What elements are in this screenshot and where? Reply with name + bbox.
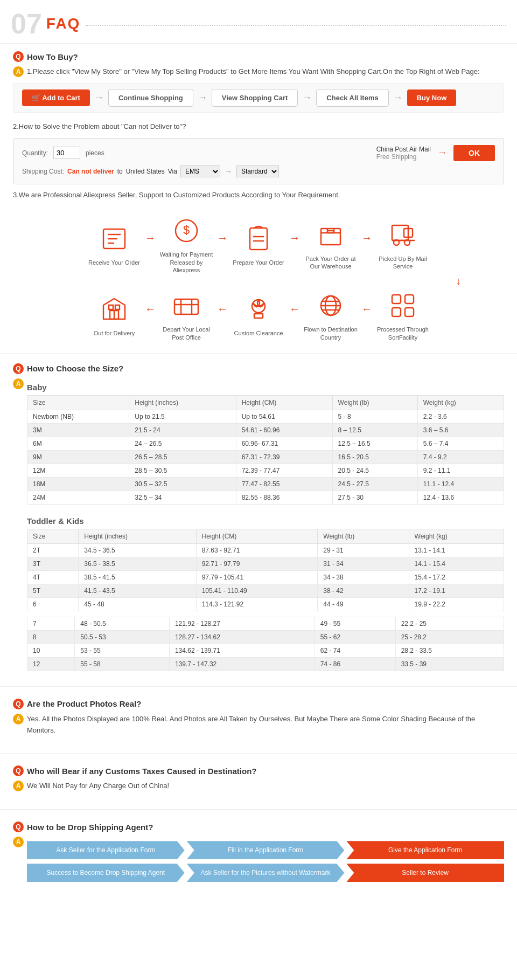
drop-step-5: Ask Seller for the Pictures without Wate…: [187, 864, 345, 882]
baby-col-height-cm: Height (CM): [236, 395, 332, 410]
drop-shipping-section: Q How to be Drop Shipping Agent? A Ask S…: [0, 814, 517, 897]
flow-arrow-left-4: ←: [361, 303, 372, 315]
arrow-1: →: [94, 92, 104, 103]
flow-arrow-2: →: [217, 232, 228, 244]
dropdown-arrow: →: [225, 167, 232, 176]
table-cell: 134.62 - 139.71: [169, 644, 315, 657]
buy-now-button[interactable]: Buy Now: [407, 89, 457, 106]
step-delivery: Out for Delivery: [85, 292, 144, 337]
toddler-col-height-cm: Height (CM): [196, 529, 318, 543]
arrow-to-ok: →: [437, 147, 447, 158]
quantity-input[interactable]: [53, 147, 80, 159]
table-cell: 19.9 - 22.2: [409, 597, 504, 611]
step-prepare-label: Prepare Your Order: [233, 259, 284, 266]
quantity-label: Quantity:: [22, 149, 48, 157]
step-flown: Flown to Destination Country: [301, 288, 360, 341]
table-cell: 8 – 12.5: [332, 423, 417, 437]
pickup-icon: [386, 218, 420, 252]
table-cell: 6M: [27, 437, 129, 450]
table-cell: 139.7 - 147.32: [169, 657, 315, 671]
table-cell: 50.5 - 53: [75, 630, 170, 644]
delivery-icon: [97, 292, 131, 327]
step-receive-label: Receive Your Order: [88, 259, 140, 266]
order-flow-row1: Receive Your Order → $ Waiting for Payme…: [5, 213, 512, 274]
baby-col-weight-kg: Weight (kg): [417, 395, 504, 410]
toddler-table-row: 5T41.5 - 43.5105.41 - 110.4938 - 4217.2 …: [27, 584, 504, 597]
custom-icon: [241, 292, 276, 327]
answer-row-customs: A We Will Not Pay for Any Charge Out of …: [13, 781, 504, 792]
table-cell: 4T: [27, 570, 79, 584]
table-cell: 2T: [27, 543, 79, 557]
table-cell: 72.39 - 77.47: [236, 464, 332, 477]
table-cell: 29 - 31: [318, 543, 409, 557]
drop-flow-row2: Success to Become Drop Shipping Agent As…: [27, 864, 504, 882]
toddler-size-table: Size Height (inches) Height (CM) Weight …: [27, 529, 504, 611]
table-cell: 26.5 – 28.5: [129, 450, 236, 464]
order-flow: Receive Your Order → $ Waiting for Payme…: [0, 208, 517, 348]
table-cell: 82.55 - 88.36: [236, 491, 332, 504]
svg-rect-33: [392, 308, 401, 316]
flow-arrow-left-2: ←: [217, 303, 228, 315]
table-cell: 12M: [27, 464, 129, 477]
table-cell: 45 - 48: [79, 597, 196, 611]
row2-connector: ↓: [5, 275, 512, 287]
question-row-1: Q How To Buy?: [13, 51, 504, 62]
drop-step-6: Seller to Review: [346, 864, 504, 882]
table-cell: Up to 54.61: [236, 410, 332, 423]
table-cell: 21.5 - 24: [129, 423, 236, 437]
table-cell: 34.5 - 36.5: [79, 543, 196, 557]
toddler-size-table-2: 748 - 50.5121.92 - 128.2749 - 5522.2 - 2…: [27, 617, 504, 671]
step-pickup-label: Picked Up By Mail Service: [376, 255, 430, 271]
china-post-label: China Post Air Mail Free Shipping: [376, 146, 431, 161]
q-icon-1: Q: [13, 51, 24, 62]
table-cell: 14.1 - 15.4: [409, 557, 504, 570]
customs-answer: We Will Not Pay for Any Charge Out of Ch…: [27, 781, 169, 792]
table-cell: 3T: [27, 557, 79, 570]
toddler-table-row2: 1053 - 55134.62 - 139.7162 - 7428.2 - 33…: [27, 644, 504, 657]
shipping-row2: Shipping Cost: Can not deliver to United…: [22, 165, 495, 177]
how-to-buy-section: Q How To Buy? A 1.Please click "View My …: [0, 44, 517, 208]
table-cell: 5T: [27, 584, 79, 597]
table-cell: 87.63 - 92.71: [196, 543, 318, 557]
table-cell: 20.5 - 24.5: [332, 464, 417, 477]
table-cell: 24M: [27, 491, 129, 504]
baby-table-row: 6M24 – 26.560.96- 67.3112.5 – 16.55.6 – …: [27, 437, 504, 450]
table-cell: 62 - 74: [315, 644, 395, 657]
table-cell: 77.47 - 82.55: [236, 477, 332, 491]
baby-table-body: Newborn (NB)Up to 21.5Up to 54.615 - 82.…: [27, 410, 504, 504]
baby-size-table: Size Height (inches) Height (CM) Weight …: [27, 395, 504, 505]
arrow-2: →: [198, 92, 207, 103]
table-cell: 10: [27, 644, 75, 657]
answer-row-1: A 1.Please click "View My Store" or "Vie…: [13, 66, 504, 78]
ok-button[interactable]: OK: [453, 145, 495, 161]
table-cell: 18M: [27, 477, 129, 491]
table-cell: 38 - 42: [318, 584, 409, 597]
table-cell: 97.79 - 105.41: [196, 570, 318, 584]
q-icon-photos: Q: [13, 699, 24, 709]
baby-table-row: 9M26.5 – 28.567.31 - 72.3916.5 - 20.57.4…: [27, 450, 504, 464]
table-cell: 24 – 26.5: [129, 437, 236, 450]
table-cell: 41.5 - 43.5: [79, 584, 196, 597]
view-cart-button[interactable]: View Shopping Cart: [212, 89, 298, 107]
check-items-button[interactable]: Check All Items: [316, 89, 388, 107]
shipping-right: China Post Air Mail Free Shipping → OK: [376, 145, 495, 161]
baby-col-size: Size: [27, 395, 129, 410]
toddler-col-weight-kg: Weight (kg): [409, 529, 504, 543]
shipping-method-select[interactable]: EMS DHL ePacket: [180, 165, 220, 177]
receive-icon: [97, 222, 131, 256]
continue-shopping-button[interactable]: Continue Shopping: [108, 89, 193, 107]
shipping-option-select[interactable]: Standard: [236, 165, 279, 177]
step-receive: Receive Your Order: [85, 222, 144, 266]
add-to-cart-button[interactable]: 🛒 Add to Cart: [22, 89, 90, 106]
table-cell: 114.3 - 121.92: [196, 597, 318, 611]
svg-text:$: $: [183, 223, 190, 237]
flow-arrow-1: →: [145, 232, 156, 244]
table-cell: 7.4 - 9.2: [417, 450, 504, 464]
table-cell: 5.6 – 7.4: [417, 437, 504, 450]
table-cell: 55 - 62: [315, 630, 395, 644]
how-to-buy-answer: 1.Please click "View My Store" or "View …: [27, 66, 480, 78]
header-divider: [86, 25, 506, 26]
buy-flow: 🛒 Add to Cart → Continue Shopping → View…: [13, 83, 504, 113]
drop-step-4: Success to Become Drop Shipping Agent: [27, 864, 185, 882]
shipping-cost-label: Shipping Cost:: [22, 168, 64, 175]
